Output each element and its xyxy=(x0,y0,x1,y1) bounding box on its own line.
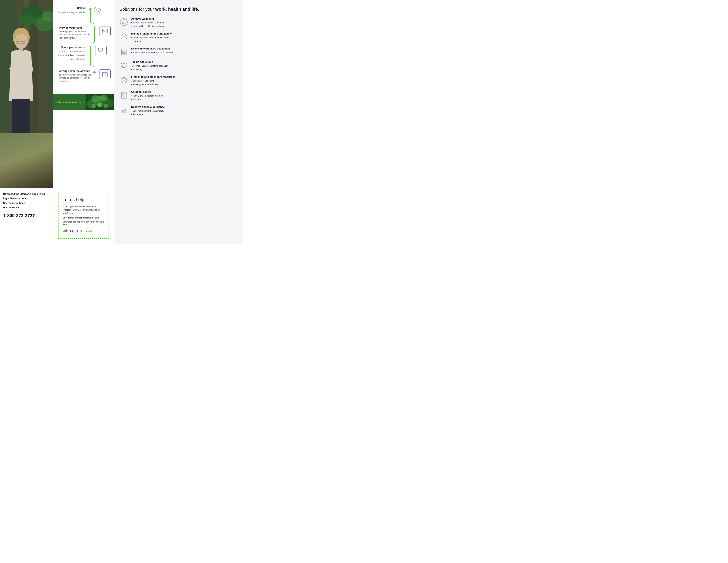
financial-heading: Receive financial guidance xyxy=(131,105,165,108)
telus-leaf-icon xyxy=(63,228,68,234)
main-layout: Call us Support is always available. xyxy=(0,0,243,188)
svg-rect-54 xyxy=(121,92,126,98)
svg-rect-64 xyxy=(124,110,126,110)
svg-point-16 xyxy=(94,7,100,13)
addictions-heading: Tackle addictions xyxy=(131,60,168,63)
right-panel: Solutions for your work, health and life… xyxy=(114,0,243,188)
legal-heading: Get legal advice xyxy=(131,90,164,93)
financial-bullets: • Debt management • Bankruptcy • Retirem… xyxy=(131,109,165,116)
solution-childcare: Find child and elder care resources • Ch… xyxy=(119,75,237,86)
svg-rect-43 xyxy=(122,52,123,53)
phone-icon xyxy=(94,6,101,14)
childcare-heading: Find child and elder care resources xyxy=(131,75,175,78)
timeline-arrow-2: ▼ xyxy=(92,41,146,44)
svg-point-38 xyxy=(122,35,124,37)
wellbeing-heading: Achieve wellbeing xyxy=(131,17,164,20)
workplace-icon xyxy=(119,47,128,56)
step-share: Share your conerns With a professional a… xyxy=(56,46,111,66)
step-dot-4 xyxy=(93,71,96,73)
call-us-text: Call us Support is always available. xyxy=(56,6,89,14)
svg-point-39 xyxy=(124,35,127,37)
childcare-content: Find child and elder care resources • Ch… xyxy=(131,75,175,86)
access-line2: login.lifeworks.com xyxy=(3,196,50,200)
telus-health-text: Health xyxy=(84,230,92,233)
svg-point-34 xyxy=(97,103,102,107)
let-us-help-creds: Username: antioch Password: eap xyxy=(63,216,105,219)
legal-content: Get legal advice • Family law • Separati… xyxy=(131,90,164,101)
chat-icon xyxy=(98,48,104,53)
solution-financial: Receive financial guidance • Debt manage… xyxy=(119,105,237,116)
svg-rect-59 xyxy=(121,108,127,112)
green-bar: Convenient access to online resources. xyxy=(53,94,114,110)
share-title: Share your conerns xyxy=(56,46,86,49)
call-us-desc: Support is always available. xyxy=(58,11,86,14)
telus-brand-text: TELUS xyxy=(69,229,82,233)
phone-number: 1-800-272-2727 xyxy=(3,213,50,218)
share-desc: With a professional advisor for expert a… xyxy=(58,50,86,60)
legal-icon xyxy=(119,91,128,99)
solution-workplace: Deal with workplace challenges • Stress … xyxy=(119,47,237,56)
step-provide-name: Provide your name and employer's name to… xyxy=(56,26,111,42)
plant-image xyxy=(86,94,114,110)
svg-text:31: 31 xyxy=(104,74,106,76)
svg-rect-41 xyxy=(122,51,123,52)
photo-background xyxy=(0,0,53,188)
provide-name-desc: and employer's name to an advisor. Your … xyxy=(59,30,93,39)
step-dot-1 xyxy=(89,8,92,10)
workplace-heading: Deal with workplace challenges xyxy=(131,47,173,50)
svg-rect-63 xyxy=(122,111,123,112)
provide-name-title: Provide your name xyxy=(59,26,93,29)
let-us-help-box: Let us help. Access your Employee Assist… xyxy=(58,193,109,239)
solutions-title-bold: work, health and life. xyxy=(155,7,199,12)
access-line3: Username: antioch xyxy=(3,201,50,205)
timeline-line-2 xyxy=(94,26,95,42)
let-us-help-app: Download the app now at your device app … xyxy=(63,220,105,225)
svg-point-32 xyxy=(91,95,100,103)
access-info: Download the LifeWorks app or visit logi… xyxy=(3,192,50,210)
telus-logo: TELUS Health xyxy=(63,228,105,234)
timeline-line-3 xyxy=(90,46,91,66)
timeline-arrow-3: ▼ xyxy=(92,65,146,68)
workplace-content: Deal with workplace challenges • Stress … xyxy=(131,47,173,54)
access-line4: Password: eap xyxy=(3,205,50,209)
arrange-title: Arrange with the advisor xyxy=(59,69,93,72)
financial-content: Receive financial guidance • Debt manage… xyxy=(131,105,165,116)
steps-section: Call us Support is always available. xyxy=(53,0,114,94)
relationships-heading: Manage relationships and family xyxy=(131,32,172,35)
step-call-us: Call us Support is always available. xyxy=(56,6,111,23)
svg-point-9 xyxy=(18,15,34,26)
access-line1: Download the LifeWorks app or visit xyxy=(3,192,50,196)
financial-icon xyxy=(119,106,128,115)
left-photo-panel xyxy=(0,0,53,188)
relationships-icon xyxy=(119,32,128,41)
childcare-bullets: • Child care • Schooling • Nursing/retir… xyxy=(131,79,175,86)
svg-rect-42 xyxy=(124,51,125,52)
bottom-right-filler xyxy=(114,188,243,243)
legal-bullets: • Family law • Separation/divorce • Cust… xyxy=(131,94,164,101)
bottom-left-area: Download the LifeWorks app or visit logi… xyxy=(0,188,53,243)
workplace-bullets: • Stress • Performance • Work-life balan… xyxy=(131,51,173,54)
childcare-icon xyxy=(119,76,128,85)
svg-rect-40 xyxy=(121,50,126,55)
share-icon-box xyxy=(95,46,107,55)
provide-name-icon-box xyxy=(99,26,111,36)
bottom-section: Download the LifeWorks app or visit logi… xyxy=(0,188,243,243)
arrange-icon-box: 31 xyxy=(99,69,111,79)
timeline-arrow-1: ▼ xyxy=(92,22,146,25)
svg-rect-15 xyxy=(12,99,30,133)
svg-point-18 xyxy=(104,30,105,31)
step-arrange: 31 Arrange with the advisor about how, w… xyxy=(56,69,111,83)
timeline-line-1 xyxy=(90,10,91,23)
svg-rect-44 xyxy=(124,52,125,53)
svg-rect-62 xyxy=(122,110,123,110)
steps-panel: Call us Support is always available. xyxy=(53,0,114,188)
svg-point-36 xyxy=(104,104,108,108)
svg-rect-22 xyxy=(98,48,103,51)
solutions-title: Solutions for your work, health and life… xyxy=(119,6,237,12)
let-us-help-title: Let us help. xyxy=(63,197,105,202)
svg-rect-65 xyxy=(124,111,126,112)
call-us-title: Call us xyxy=(56,6,86,9)
svg-point-35 xyxy=(92,104,96,108)
person-id-icon xyxy=(102,28,108,34)
solution-legal: Get legal advice • Family law • Separati… xyxy=(119,90,237,101)
